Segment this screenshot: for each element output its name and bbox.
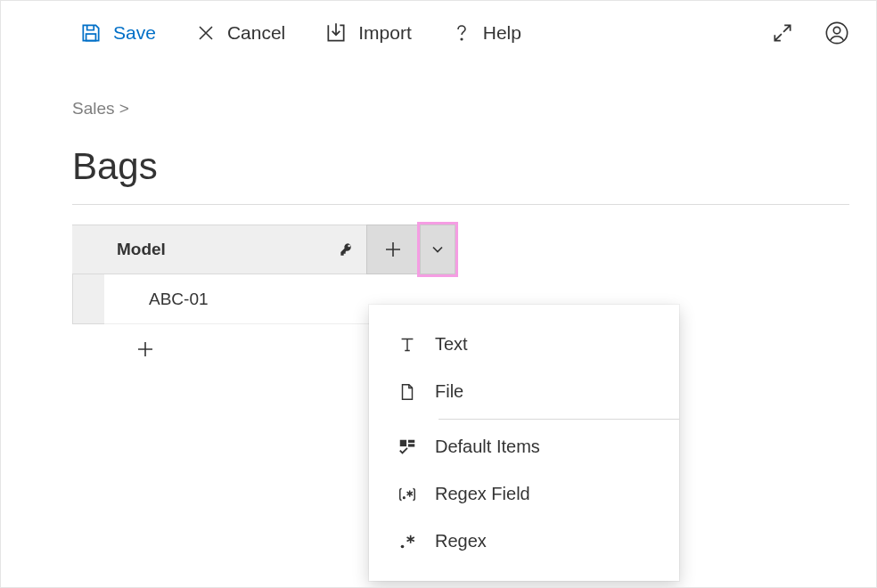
toolbar-right <box>771 20 849 45</box>
import-button[interactable]: Import <box>324 21 412 45</box>
row-gutter <box>72 274 104 324</box>
add-column-button[interactable] <box>366 225 420 274</box>
breadcrumb-separator: > <box>119 99 129 118</box>
file-icon <box>396 382 419 402</box>
menu-item-default-items[interactable]: Default Items <box>369 423 679 470</box>
cancel-button[interactable]: Cancel <box>195 22 285 44</box>
column-type-dropdown-button[interactable] <box>420 225 455 274</box>
toolbar: Save Cancel Import Help <box>1 1 876 54</box>
cell-value: ABC-01 <box>149 290 209 309</box>
menu-item-label: File <box>435 381 463 402</box>
svg-rect-5 <box>408 439 414 442</box>
menu-item-file[interactable]: File <box>369 368 679 415</box>
text-icon <box>396 335 419 355</box>
svg-rect-0 <box>86 34 96 41</box>
default-items-icon <box>396 437 419 457</box>
table-header-row: Model <box>72 225 849 274</box>
menu-item-label: Regex Field <box>435 484 530 504</box>
save-icon <box>79 21 102 45</box>
key-icon <box>340 242 354 257</box>
svg-point-3 <box>833 27 840 33</box>
regex-icon <box>396 532 419 551</box>
svg-rect-4 <box>400 439 406 445</box>
svg-rect-6 <box>408 444 414 446</box>
menu-item-text[interactable]: Text <box>369 321 679 368</box>
help-button[interactable]: Help <box>451 21 521 45</box>
import-label: Import <box>358 22 412 44</box>
menu-item-regex[interactable]: Regex <box>369 518 679 565</box>
breadcrumb[interactable]: Sales > <box>72 99 849 118</box>
breadcrumb-parent: Sales <box>72 99 115 118</box>
column-header-label: Model <box>117 240 166 259</box>
save-button[interactable]: Save <box>79 21 156 45</box>
help-icon <box>451 21 472 45</box>
table-cell-model[interactable]: ABC-01 <box>104 274 398 324</box>
save-label: Save <box>113 22 156 44</box>
column-header-model[interactable]: Model <box>72 225 366 274</box>
expand-icon[interactable] <box>771 21 794 45</box>
regex-field-icon <box>396 485 419 504</box>
menu-item-label: Regex <box>435 531 487 551</box>
cancel-label: Cancel <box>227 22 285 44</box>
menu-item-label: Default Items <box>435 437 540 457</box>
column-type-menu: Text File Default Items <box>369 305 679 581</box>
close-icon <box>195 22 217 44</box>
svg-point-8 <box>401 544 405 548</box>
menu-divider <box>438 419 679 420</box>
svg-point-7 <box>403 496 406 499</box>
help-label: Help <box>483 22 521 44</box>
page-title: Bags <box>72 145 849 205</box>
svg-point-1 <box>461 38 463 40</box>
import-icon <box>324 21 348 45</box>
plus-icon <box>135 339 156 360</box>
user-icon[interactable] <box>824 20 849 45</box>
menu-item-label: Text <box>435 334 468 355</box>
menu-item-regex-field[interactable]: Regex Field <box>369 470 679 518</box>
